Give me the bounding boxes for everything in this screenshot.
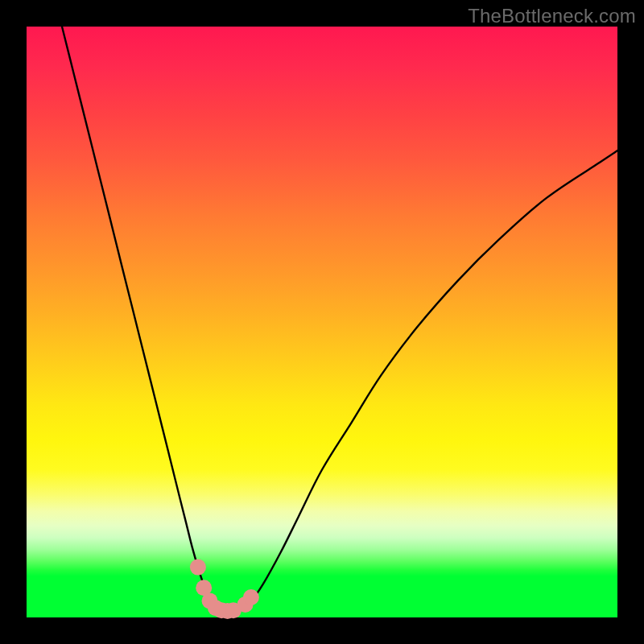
bottleneck-curve	[62, 27, 617, 611]
watermark-label: TheBottleneck.com	[468, 5, 636, 27]
chart-frame: TheBottleneck.com	[0, 0, 644, 644]
chart-svg	[27, 27, 617, 617]
marker-group	[190, 559, 259, 619]
chart-plot-area	[27, 27, 617, 617]
data-point-marker	[243, 589, 259, 605]
data-point-marker	[190, 559, 206, 576]
